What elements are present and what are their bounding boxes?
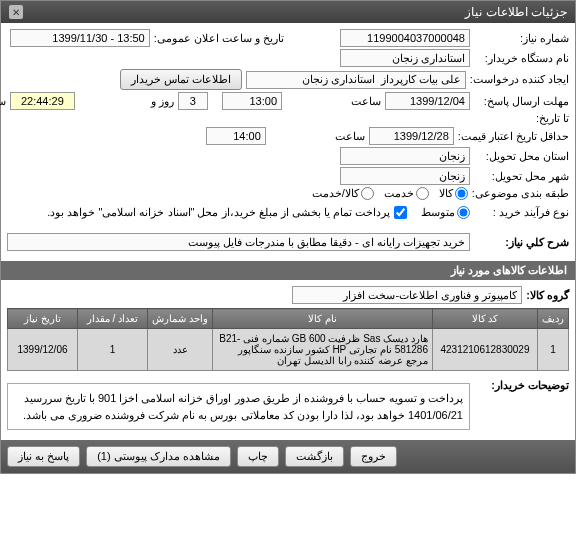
buyer-org-label: نام دستگاه خریدار: xyxy=(474,52,569,65)
buyer-notes-label: توضیحات خریدار: xyxy=(474,379,569,392)
budget-radio-0[interactable] xyxy=(455,187,468,200)
summary-label: شرح کلي نیاز: xyxy=(474,236,569,249)
col-name: نام کالا xyxy=(213,309,433,329)
goods-group-field xyxy=(292,286,522,304)
announce-label: تاریخ و ساعت اعلان عمومی: xyxy=(154,32,284,45)
col-qty: تعداد / مقدار xyxy=(78,309,148,329)
delivery-prov-label: استان محل تحویل: xyxy=(474,150,569,163)
to-date-label: تا تاریخ: xyxy=(474,112,569,125)
summary-field xyxy=(7,233,470,251)
need-no-label: شماره نیاز: xyxy=(474,32,569,45)
cell-code: 4231210612830029 xyxy=(433,329,538,371)
goods-table: ردیف کد کالا نام کالا واحد شمارش تعداد /… xyxy=(7,308,569,371)
proc-opt-0-label: متوسط xyxy=(421,206,455,219)
budget-opt-0-label: کالا xyxy=(439,187,453,200)
creator-label: ایجاد کننده درخواست: xyxy=(470,73,569,86)
deadline-time xyxy=(222,92,282,110)
time-word-1: ساعت xyxy=(286,95,381,108)
delivery-prov-field xyxy=(340,147,470,165)
close-icon[interactable]: ✕ xyxy=(9,5,23,19)
window-title: جزئیات اطلاعات نیاز xyxy=(465,5,567,19)
buyer-notes-text: پرداخت و تسویه حساب با فروشنده از طریق ص… xyxy=(7,383,470,430)
proc-radios: متوسط xyxy=(421,206,470,219)
budget-opt-2-label: کالا/خدمت xyxy=(312,187,359,200)
payment-checkbox-label: پرداخت تمام یا بخشی از مبلغ خرید،از محل … xyxy=(47,206,390,219)
budget-radio-2[interactable] xyxy=(361,187,374,200)
col-code: کد کالا xyxy=(433,309,538,329)
col-idx: ردیف xyxy=(538,309,569,329)
proc-opt-0[interactable]: متوسط xyxy=(421,206,470,219)
price-validity-time xyxy=(206,127,266,145)
payment-checkbox[interactable] xyxy=(394,206,407,219)
budget-label: طبقه بندی موضوعی: xyxy=(472,187,569,200)
announce-field xyxy=(10,29,150,47)
reply-button[interactable]: پاسخ به نیاز xyxy=(7,446,80,467)
cell-qty: 1 xyxy=(78,329,148,371)
budget-radio-1[interactable] xyxy=(416,187,429,200)
contact-buyer-button[interactable]: اطلاعات تماس خریدار xyxy=(120,69,242,90)
print-button[interactable]: چاپ xyxy=(237,446,279,467)
deadline-label: مهلت ارسال پاسخ: xyxy=(474,95,569,108)
goods-group-label: گروه کالا: xyxy=(526,289,569,302)
budget-opt-0[interactable]: کالا xyxy=(439,187,468,200)
cell-name: هارد دیسک Sas ظرفیت GB 600 شماره فنی B21… xyxy=(213,329,433,371)
price-validity-date xyxy=(369,127,454,145)
buyer-org-field xyxy=(340,49,470,67)
need-no-field xyxy=(340,29,470,47)
table-header-row: ردیف کد کالا نام کالا واحد شمارش تعداد /… xyxy=(8,309,569,329)
cell-date: 1399/12/06 xyxy=(8,329,78,371)
col-date: تاریخ نیاز xyxy=(8,309,78,329)
delivery-city-field xyxy=(340,167,470,185)
proc-type-label: نوع فرآیند خرید : xyxy=(474,206,569,219)
budget-opt-1-label: خدمت xyxy=(384,187,414,200)
price-validity-label: حداقل تاریخ اعتبار قیمت: xyxy=(458,130,569,143)
day-word: روز و xyxy=(79,95,174,108)
remain-days xyxy=(178,92,208,110)
goods-section-header: اطلاعات کالاهای مورد نیاز xyxy=(1,261,575,280)
delivery-city-label: شهر محل تحویل: xyxy=(474,170,569,183)
budget-opt-1[interactable]: خدمت xyxy=(384,187,429,200)
back-button[interactable]: بازگشت xyxy=(285,446,344,467)
proc-radio-0[interactable] xyxy=(457,206,470,219)
cell-unit: عدد xyxy=(148,329,213,371)
table-row[interactable]: 1 4231210612830029 هارد دیسک Sas ظرفیت G… xyxy=(8,329,569,371)
payment-checkbox-row[interactable]: پرداخت تمام یا بخشی از مبلغ خرید،از محل … xyxy=(47,206,407,219)
remain-hms xyxy=(10,92,75,110)
time-word-2: ساعت xyxy=(270,130,365,143)
deadline-date xyxy=(385,92,470,110)
remain-suffix: ساعت باقی مانده xyxy=(0,95,6,108)
col-unit: واحد شمارش xyxy=(148,309,213,329)
budget-opt-2[interactable]: کالا/خدمت xyxy=(312,187,374,200)
exit-button[interactable]: خروج xyxy=(350,446,397,467)
cell-idx: 1 xyxy=(538,329,569,371)
creator-field xyxy=(246,71,466,89)
budget-radios: کالا خدمت کالا/خدمت xyxy=(312,187,468,200)
attachments-button[interactable]: مشاهده مدارک پیوستی (1) xyxy=(86,446,231,467)
